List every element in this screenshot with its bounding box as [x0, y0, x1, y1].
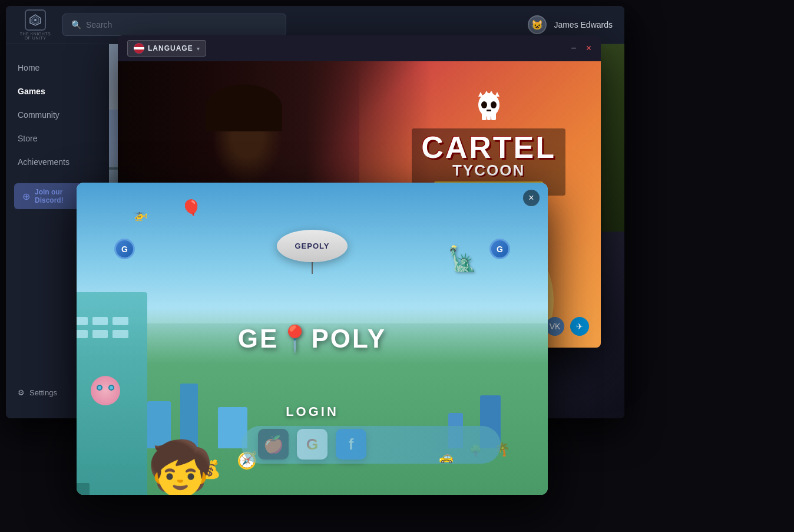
svg-marker-10	[478, 92, 483, 97]
minimize-button[interactable]: −	[571, 44, 576, 53]
svg-rect-6	[491, 113, 496, 120]
hot-air-balloon: 🎈	[180, 199, 202, 219]
blimp-text: GEPOLY	[295, 242, 330, 250]
cartel-window-controls: − ×	[571, 44, 591, 53]
svg-point-2	[34, 19, 37, 21]
sidebar-item-community[interactable]: Community	[6, 103, 109, 127]
app-logo-text: THE KNIGHTS OF UNITY	[18, 32, 53, 40]
geopoly-background: GEPOLY 🗽 🚁 🎈 G G 🧒 💰 🧭 GE 📍 POLY	[77, 183, 548, 495]
geopoly-logo-area: GE 📍 POLY	[238, 323, 386, 354]
building-2	[180, 384, 198, 448]
cartel-logo-area: CARTEL TYCOON UNCUT EARLIEST ACCESS	[412, 91, 565, 196]
settings-icon: ⚙	[18, 388, 25, 397]
avatar: 😺	[528, 15, 547, 34]
helicopter-icon: 🚁	[133, 207, 148, 222]
cartel-title-main: CARTEL	[421, 132, 556, 163]
close-button[interactable]: ×	[586, 44, 591, 53]
chevron-down-icon: ▾	[197, 45, 200, 52]
svg-rect-9	[487, 110, 491, 111]
sidebar-item-store[interactable]: Store	[6, 127, 109, 150]
skull-icon	[471, 91, 507, 126]
geopoly-popup: ×	[77, 183, 548, 495]
geo-text: GE	[238, 324, 279, 353]
header-right: 😺 James Edwards	[528, 15, 613, 34]
svg-marker-12	[489, 91, 494, 95]
username: James Edwards	[554, 20, 613, 29]
geopoly-blimp: GEPOLY	[277, 230, 348, 274]
svg-rect-5	[487, 113, 491, 120]
geopoly-character: 🧒	[147, 442, 213, 495]
geopoly-close-button[interactable]: ×	[523, 190, 540, 206]
search-bar[interactable]: 🔍 Search	[62, 14, 286, 36]
cartel-popup-header: LANGUAGE ▾ − ×	[118, 35, 601, 61]
logo-area: THE KNIGHTS OF UNITY	[18, 9, 53, 40]
sidebar-item-home[interactable]: Home	[6, 56, 109, 80]
geopoly-pin-icon: 📍	[279, 323, 311, 354]
statue-liberty: 🗽	[448, 245, 477, 273]
sidebar-item-games[interactable]: Games	[6, 80, 109, 103]
svg-point-7	[481, 101, 487, 108]
search-icon: 🔍	[71, 20, 81, 29]
cartel-title-tycoon: TYCOON	[421, 163, 556, 178]
svg-marker-11	[484, 91, 489, 95]
sidebar-item-achievements[interactable]: Achievements	[6, 150, 109, 174]
search-placeholder: Search	[86, 20, 112, 29]
geo-creature	[91, 376, 126, 417]
svg-marker-13	[495, 92, 499, 97]
river	[241, 426, 501, 464]
login-title: LOGIN	[224, 404, 401, 419]
close-icon: ×	[528, 193, 534, 203]
social-telegram[interactable]: ✈	[570, 317, 589, 336]
taxi: 🚕	[439, 450, 454, 464]
poly-text: POLY	[311, 324, 386, 353]
flag-icon	[134, 43, 144, 54]
language-button[interactable]: LANGUAGE ▾	[127, 40, 206, 57]
social-vk[interactable]: VK	[545, 317, 564, 336]
svg-rect-4	[482, 113, 487, 120]
discord-icon: ⊕	[22, 191, 30, 202]
settings-label: Settings	[29, 388, 57, 397]
language-label: LANGUAGE	[148, 44, 193, 52]
svg-point-8	[491, 101, 497, 108]
app-logo-icon	[25, 9, 46, 31]
